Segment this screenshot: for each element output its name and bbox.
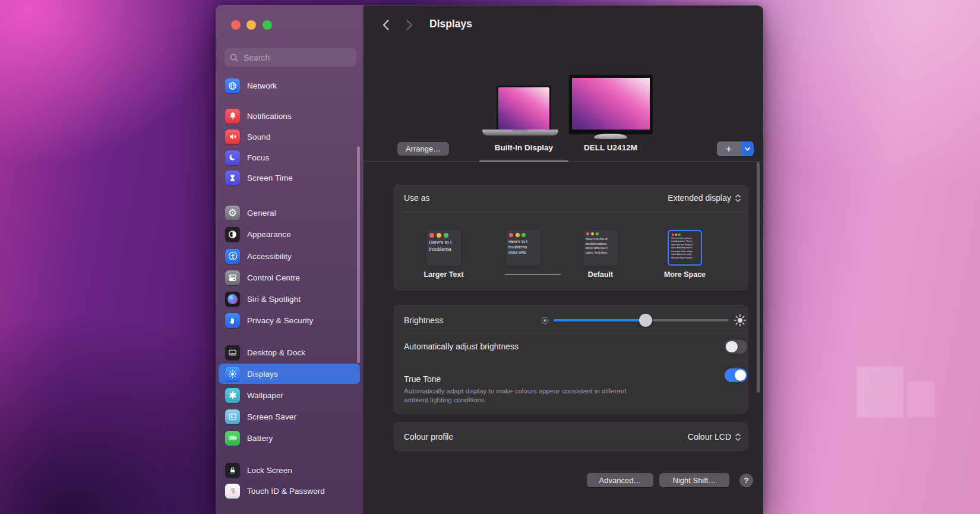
- sidebar-item-label: Notifications: [247, 112, 292, 121]
- use-as-label: Use as: [404, 193, 430, 203]
- monitor-stand: [594, 134, 627, 139]
- sidebar-item-sound[interactable]: Sound: [219, 127, 360, 147]
- resolution-option-2[interactable]: Here's to t troublema ones who: [506, 230, 540, 266]
- sidebar-item-notifications[interactable]: Notifications: [219, 106, 360, 126]
- use-as-dropdown[interactable]: Extended display: [668, 193, 741, 203]
- sidebar-item-label: Focus: [247, 153, 269, 162]
- add-display-button[interactable]: +: [717, 141, 741, 156]
- resolution-option-indicator: [505, 274, 561, 275]
- sidebar-item-label: Screen Saver: [247, 412, 296, 421]
- brightness-card: Brightness Automatically adjust brightne…: [394, 305, 748, 414]
- background-window-shape: [907, 381, 935, 417]
- brightness-slider-fill: [554, 319, 646, 321]
- stepper-icon: [735, 433, 741, 442]
- sidebar-item-displays[interactable]: Displays: [219, 364, 360, 384]
- sidebar-item-network[interactable]: Network: [219, 75, 360, 96]
- plus-icon: +: [726, 143, 732, 155]
- sidebar-item-label: Screen Time: [247, 174, 293, 182]
- search-icon: [230, 53, 238, 62]
- selected-display-indicator: [479, 160, 568, 162]
- sidebar: Network Notifications Sound Focus Screen…: [216, 5, 363, 514]
- sidebar-item-label: Control Centre: [247, 273, 300, 282]
- content-pane: Displays Built-in Display DELL U2412M Ar…: [363, 5, 763, 514]
- minimize-button[interactable]: [246, 20, 256, 30]
- resolution-label-default: Default: [565, 270, 636, 279]
- night-shift-button[interactable]: Night Shift…: [659, 473, 729, 487]
- monitor-bezel: [569, 75, 653, 134]
- use-as-value: Extended display: [668, 193, 731, 203]
- sidebar-item-accessibility[interactable]: Accessibility: [219, 246, 360, 266]
- sun-icon: [225, 367, 240, 381]
- sidebar-item-label: Touch ID & Password: [247, 487, 325, 496]
- colour-profile-dropdown[interactable]: Colour LCD: [688, 432, 741, 442]
- dock-icon: [225, 345, 240, 360]
- help-button[interactable]: ?: [739, 474, 753, 487]
- resolution-option-default[interactable]: Here's to the cr troublemakers. ones who…: [583, 230, 618, 266]
- sidebar-item-siri-spotlight[interactable]: Siri & Spotlight: [219, 289, 360, 309]
- sidebar-item-label: General: [247, 209, 276, 217]
- external-display-label: DELL U2412M: [575, 143, 646, 152]
- sidebar-item-touch-id[interactable]: Touch ID & Password: [219, 481, 360, 501]
- sidebar-item-control-centre[interactable]: Control Centre: [219, 267, 360, 288]
- speaker-icon: [225, 130, 240, 144]
- colour-profile-card: Colour profile Colour LCD: [394, 422, 748, 451]
- add-display-menu-button[interactable]: [741, 141, 754, 156]
- zoom-button[interactable]: [263, 20, 272, 30]
- content-scrollbar[interactable]: [757, 162, 760, 393]
- sidebar-item-screen-saver[interactable]: Screen Saver: [219, 406, 360, 427]
- fingerprint-icon: [225, 484, 240, 499]
- page-title: Displays: [429, 18, 472, 30]
- resolution-label-larger-text: Larger Text: [408, 270, 479, 279]
- sidebar-item-privacy-security[interactable]: Privacy & Security: [219, 310, 360, 330]
- sidebar-item-label: Battery: [247, 434, 273, 443]
- search-input[interactable]: [242, 52, 351, 63]
- display-mode-card: Use as Extended display Here's to t trou…: [394, 185, 748, 290]
- chevron-down-icon: [745, 147, 750, 151]
- sidebar-item-general[interactable]: ⚙ General: [219, 203, 360, 223]
- sidebar-item-label: Siri & Spotlight: [247, 295, 301, 304]
- search-field[interactable]: [225, 48, 356, 67]
- moon-icon: [225, 150, 240, 165]
- auto-brightness-toggle[interactable]: [725, 340, 747, 354]
- back-button[interactable]: [379, 18, 392, 31]
- system-settings-window: Network Notifications Sound Focus Screen…: [216, 5, 763, 514]
- brightness-dim-icon: [540, 316, 550, 326]
- screensaver-icon: [225, 409, 240, 424]
- resolution-option-more-space[interactable]: Here's to the crazy on troublemakers. Th…: [668, 230, 702, 266]
- laptop-base: [482, 130, 558, 135]
- sidebar-item-label: Sound: [247, 133, 271, 141]
- builtin-display-label: Built-in Display: [488, 143, 559, 152]
- true-tone-toggle[interactable]: [725, 368, 747, 382]
- true-tone-description-line1: Automatically adapt display to make colo…: [404, 387, 626, 396]
- sidebar-item-screen-time[interactable]: Screen Time: [219, 168, 360, 188]
- sidebar-item-desktop-dock[interactable]: Desktop & Dock: [219, 342, 360, 362]
- accessibility-figure-icon: [225, 249, 240, 264]
- laptop-screen: [497, 86, 551, 131]
- sidebar-item-label: Desktop & Dock: [247, 348, 305, 357]
- colour-profile-label: Colour profile: [404, 432, 453, 442]
- sidebar-item-lock-screen[interactable]: Lock Screen: [219, 460, 360, 480]
- bell-icon: [225, 109, 240, 124]
- resolution-option-larger-text[interactable]: Here's to t troublema: [426, 230, 461, 266]
- sidebar-item-battery[interactable]: Battery: [219, 428, 360, 448]
- advanced-button[interactable]: Advanced…: [587, 473, 653, 487]
- true-tone-description-line2: ambient lighting conditions.: [404, 396, 486, 405]
- background-window-shape: [857, 367, 903, 418]
- sidebar-scrollbar[interactable]: [357, 146, 360, 363]
- brightness-slider-knob[interactable]: [639, 314, 652, 327]
- add-display-split-button: +: [717, 141, 754, 156]
- gear-icon: ⚙: [225, 206, 240, 220]
- arrange-button[interactable]: Arrange…: [397, 142, 449, 156]
- colour-profile-value: Colour LCD: [688, 432, 731, 442]
- sidebar-item-label: Wallpaper: [247, 391, 283, 400]
- brightness-label: Brightness: [404, 316, 443, 325]
- battery-icon: [225, 431, 240, 446]
- lock-icon: [225, 463, 240, 478]
- sidebar-item-label: Appearance: [247, 230, 291, 239]
- sidebar-item-focus[interactable]: Focus: [219, 147, 360, 168]
- forward-button[interactable]: [403, 18, 416, 31]
- sidebar-item-appearance[interactable]: Appearance: [219, 224, 360, 244]
- close-button[interactable]: [231, 20, 241, 30]
- sidebar-item-wallpaper[interactable]: Wallpaper: [219, 385, 360, 405]
- stepper-icon: [735, 194, 741, 203]
